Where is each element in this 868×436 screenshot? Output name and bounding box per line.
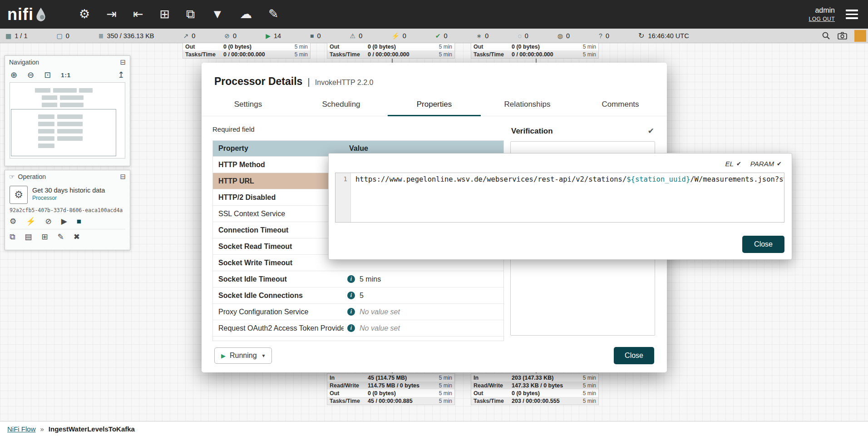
processor-type-version: InvokeHTTP 2.2.0 — [315, 79, 374, 87]
tab-relationships[interactable]: Relationships — [481, 94, 574, 116]
property-value-editor: EL ✔ PARAM ✔ 1 https://www.pegelonline.w… — [328, 153, 792, 260]
delete-icon[interactable]: ✖ — [74, 233, 80, 241]
process-group-icon[interactable]: ⊞ — [159, 8, 170, 20]
stop-icon[interactable]: ■ — [77, 218, 81, 225]
disable-icon[interactable]: ⊘ — [45, 218, 51, 225]
refresh-icon[interactable]: ↻ — [638, 32, 644, 40]
collapse-icon[interactable]: ⊟ — [120, 173, 126, 181]
collapse-icon[interactable]: ⊟ — [120, 58, 126, 66]
enable-icon[interactable]: ⚡ — [26, 218, 35, 225]
info-icon[interactable]: i — [347, 308, 355, 316]
processor-stats-table: In203 (147.33 KB)5 min Read/Write147.33 … — [471, 373, 599, 405]
nifi-logo-text: nifi — [7, 5, 34, 24]
property-row: Proxy Configuration Service i No value s… — [213, 303, 503, 320]
processor-icon[interactable]: ⚙ — [79, 8, 90, 20]
hand-pointer-icon: ☞ — [9, 173, 15, 180]
status-item: ∗ 0 — [477, 32, 489, 40]
tab-properties[interactable]: Properties — [388, 94, 481, 116]
minimap-component — [42, 95, 57, 100]
line-number-gutter: 1 — [335, 173, 351, 222]
property-value-cell[interactable]: i 5 mins — [344, 275, 503, 283]
dialog-close-button[interactable]: Close — [614, 347, 654, 364]
operation-body: ⚙ Get 30 days historic data Processor 92… — [5, 183, 130, 243]
column-property: Property — [213, 141, 344, 156]
zoom-fit-icon[interactable]: ⊡ — [44, 71, 51, 79]
zoom-out-icon[interactable]: ⊖ — [27, 71, 34, 79]
global-menu-button[interactable] — [844, 8, 860, 21]
minimap-component — [42, 103, 57, 107]
group-icon[interactable]: ⊞ — [41, 233, 48, 241]
status-item: ⊘ 0 — [224, 32, 237, 40]
play-icon: ▶ — [221, 352, 226, 359]
info-icon[interactable]: i — [347, 292, 355, 299]
search-icon[interactable] — [822, 31, 830, 40]
processor-stats-table: In45 (114.75 MB)5 min Read/Write114.75 M… — [327, 373, 455, 405]
status-item: ≣ 350 / 336.13 KB — [99, 32, 154, 40]
transmitting-icon: ↗ — [183, 33, 189, 39]
copy-icon[interactable]: ⧉ — [10, 233, 15, 241]
cloud-icon[interactable]: ☁ — [240, 8, 252, 20]
property-value-cell[interactable]: i — [344, 341, 503, 341]
zoom-in-icon[interactable]: ⊕ — [10, 71, 17, 79]
run-state-dropdown[interactable]: ▶ Running ▾ — [214, 347, 272, 364]
label-icon[interactable]: ✎ — [268, 8, 279, 20]
operation-actions-row1: ⚙ ⚡ ⊘ ▶ ■ — [10, 218, 125, 225]
value-code-editor[interactable]: 1 https://www.pegelonline.wsv.de/webserv… — [335, 173, 784, 223]
menu-bar — [846, 17, 858, 19]
dialog-title-row: Processor Details | InvokeHTTP 2.2.0 — [202, 63, 667, 90]
operation-actions-row2: ⧉ ▤ ⊞ ✎ ✖ — [10, 229, 125, 243]
editor-content[interactable]: https://www.pegelonline.wsv.de/webservic… — [351, 173, 784, 222]
funnel-icon[interactable]: ▼ — [211, 8, 223, 20]
logout-link[interactable]: LOG OUT — [809, 16, 835, 22]
tab-comments[interactable]: Comments — [574, 94, 667, 116]
info-icon[interactable]: i — [347, 324, 355, 332]
paste-icon[interactable]: ▤ — [25, 233, 32, 241]
breadcrumb-root[interactable]: NiFi Flow — [7, 425, 36, 433]
status-item: ■ 0 — [310, 32, 321, 40]
input-port-icon[interactable]: ⇥ — [106, 8, 117, 20]
birdseye-minimap[interactable] — [10, 82, 125, 159]
zoom-actual-icon[interactable]: 1:1 — [61, 72, 71, 78]
cluster-icon: ▦ — [5, 33, 11, 39]
minimap-viewport[interactable] — [11, 109, 116, 156]
url-post: /W/measurements.json?start=P30D — [690, 175, 784, 183]
header-right: admin LOG OUT — [809, 6, 868, 22]
property-value-cell[interactable]: i No value set — [344, 324, 503, 332]
info-icon[interactable]: i — [347, 275, 355, 283]
breadcrumb-separator: » — [40, 425, 44, 433]
drill-up-icon[interactable]: ↥ — [118, 71, 124, 79]
component-name: Get 30 days historic data — [32, 187, 105, 194]
dialog-tabs: Settings Scheduling Properties Relations… — [202, 94, 667, 116]
el-supported-badge: EL ✔ — [725, 160, 741, 168]
breadcrumb-current[interactable]: IngestWaterLevelsToKafka — [49, 425, 135, 433]
info-icon[interactable]: i — [347, 341, 355, 341]
property-value-cell[interactable]: i 5 — [344, 292, 503, 300]
tab-scheduling[interactable]: Scheduling — [295, 94, 388, 116]
component-type: Processor — [32, 195, 105, 201]
editor-close-button[interactable]: Close — [742, 236, 784, 253]
configure-icon[interactable]: ⚙ — [10, 218, 16, 225]
app-header: nifi ⚙ ⇥ ⇤ ⊞ ⧉ ▼ ☁ ✎ admin LOG OUT — [0, 0, 868, 29]
check-icon: ✔ — [736, 160, 741, 167]
status-indicator-button[interactable] — [854, 30, 866, 42]
stopped-icon: ■ — [310, 33, 314, 39]
parameter-reference: ${station_uuid} — [626, 175, 690, 183]
running-icon: ▶ — [266, 33, 271, 39]
user-block: admin LOG OUT — [809, 6, 835, 22]
operation-panel-title: Operation — [18, 173, 46, 180]
color-icon[interactable]: ✎ — [57, 233, 64, 241]
output-port-icon[interactable]: ⇤ — [133, 8, 143, 20]
nifi-app: { "colors": { "accent_dark_teal": "#0a43… — [0, 0, 868, 436]
start-icon[interactable]: ▶ — [61, 218, 67, 225]
verification-check-icon[interactable]: ✔ — [648, 126, 654, 136]
remote-process-group-icon[interactable]: ⧉ — [186, 8, 195, 20]
operation-panel: ☞ Operation ⊟ ⚙ Get 30 days historic dat… — [5, 170, 130, 250]
property-value-cell[interactable]: i No value set — [344, 308, 503, 316]
status-bar: ▦ 1 / 1 ▢ 0 ≣ 350 / 336.13 KB ↗ 0 ⊘ 0 ▶ … — [0, 29, 868, 43]
camera-icon[interactable] — [838, 32, 847, 40]
navigation-panel-title: Navigation — [9, 59, 39, 66]
status-item: ▦ 1 / 1 — [5, 32, 27, 40]
refresh-status[interactable]: ↻ 16:46:40 UTC — [638, 32, 689, 40]
tab-settings[interactable]: Settings — [202, 94, 295, 116]
navigation-panel: Navigation ⊟ ⊕ ⊖ ⊡ 1:1 ↥ — [5, 55, 130, 166]
